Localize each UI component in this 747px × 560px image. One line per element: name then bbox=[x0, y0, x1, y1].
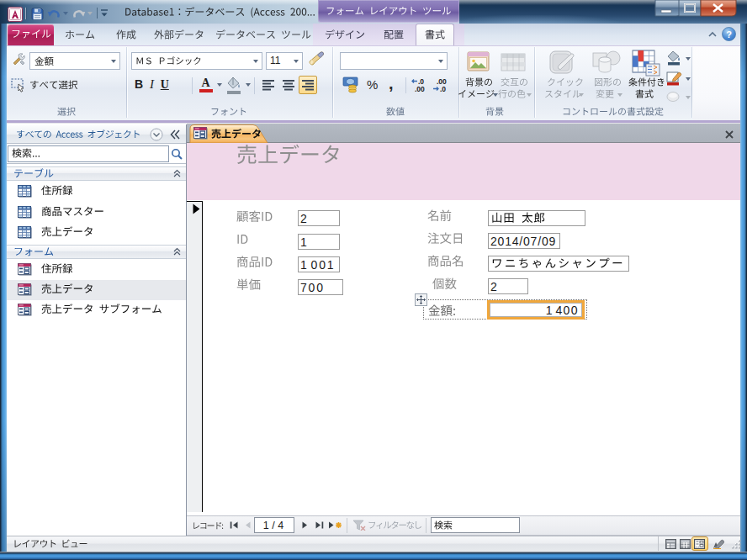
svg-text:?: ? bbox=[726, 29, 732, 40]
svg-text:.0: .0 bbox=[440, 85, 446, 92]
svg-text:.00: .00 bbox=[415, 85, 425, 92]
